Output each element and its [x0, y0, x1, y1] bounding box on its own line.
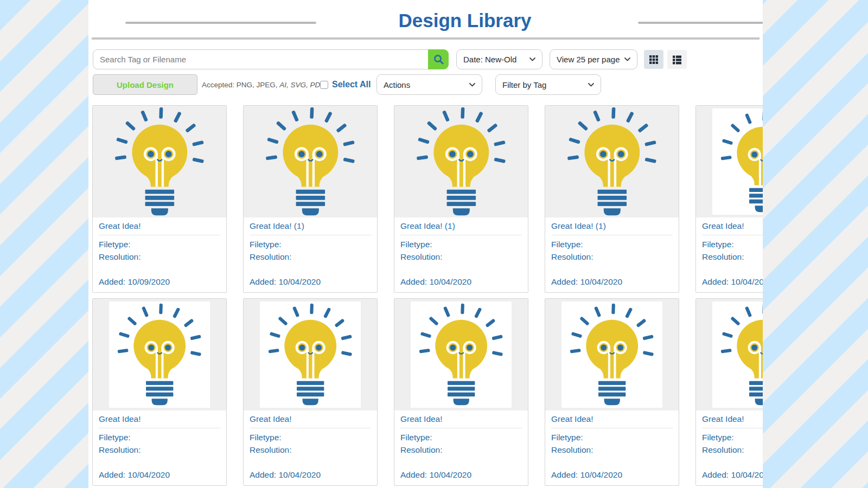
resolution-label: Resolution: — [702, 251, 763, 263]
design-thumbnail[interactable] — [394, 106, 528, 217]
design-thumbnail[interactable] — [696, 299, 763, 410]
filetype-label: Filetype: — [250, 431, 371, 444]
actions-select[interactable]: Actions — [376, 74, 482, 95]
search-input[interactable] — [93, 49, 428, 69]
design-title-link[interactable]: Great Idea! — [250, 414, 371, 428]
grid-view-button[interactable] — [644, 50, 663, 69]
resolution-label: Resolution: — [400, 251, 522, 263]
chevron-down-icon — [529, 57, 535, 61]
card-grid: Great Idea! Filetype: Resolution: Added:… — [92, 105, 763, 486]
added-date: Added: 10/04/2020 — [400, 277, 522, 287]
design-title-link[interactable]: Great Idea! (1) — [400, 221, 522, 235]
design-thumbnail[interactable] — [93, 106, 226, 217]
design-card: Great Idea! Filetype: Resolution: Added:… — [545, 298, 679, 486]
design-thumbnail[interactable] — [696, 106, 763, 217]
thumbnail-white-background — [712, 301, 763, 408]
design-thumbnail[interactable] — [394, 299, 528, 410]
design-card: Great Idea! (1) Filetype: Resolution: Ad… — [243, 105, 378, 293]
list-view-icon — [672, 55, 682, 65]
card-body: Great Idea! (1) Filetype: Resolution: Ad… — [244, 217, 377, 287]
resolution-label: Resolution: — [400, 444, 522, 456]
filetype-label: Filetype: — [400, 431, 522, 444]
card-body: Great Idea! Filetype: Resolution: Added:… — [696, 217, 763, 287]
page-title: Design Library — [394, 10, 535, 31]
accepted-italic: AI, SVG, PDF — [279, 81, 324, 89]
added-date: Added: 10/04/2020 — [702, 470, 763, 480]
header-divider — [92, 37, 760, 40]
card-body: Great Idea! Filetype: Resolution: Added:… — [93, 410, 226, 480]
lightbulb-illustration — [719, 110, 763, 213]
resolution-label: Resolution: — [702, 444, 763, 456]
design-title-link[interactable]: Great Idea! — [99, 221, 220, 235]
design-title-link[interactable]: Great Idea! — [702, 414, 763, 428]
resolution-label: Resolution: — [250, 251, 371, 263]
filter-by-tag-select[interactable]: Filter by Tag — [495, 74, 601, 95]
card-body: Great Idea! Filetype: Resolution: Added:… — [244, 410, 377, 480]
main-panel: Design Library Date: New-Old View 25 per… — [88, 0, 763, 488]
added-date: Added: 10/04/2020 — [99, 470, 220, 480]
design-title-link[interactable]: Great Idea! — [702, 221, 763, 235]
design-card: Great Idea! Filetype: Resolution: Added:… — [243, 298, 378, 486]
design-card: Great Idea! Filetype: Resolution: Added:… — [695, 298, 763, 486]
design-thumbnail[interactable] — [244, 106, 377, 217]
card-body: Great Idea! Filetype: Resolution: Added:… — [394, 410, 528, 480]
design-title-link[interactable]: Great Idea! — [99, 414, 220, 428]
design-card: Great Idea! (1) Filetype: Resolution: Ad… — [394, 105, 528, 293]
design-thumbnail[interactable] — [93, 299, 226, 410]
design-card: Great Idea! Filetype: Resolution: Added:… — [92, 105, 227, 293]
design-card: Great Idea! (1) Filetype: Resolution: Ad… — [545, 105, 679, 293]
added-date: Added: 10/04/2020 — [702, 277, 763, 287]
accepted-filetypes-text: Accepted: PNG, JPEG, AI, SVG, PDF — [202, 74, 325, 95]
lightbulb-illustration — [568, 303, 656, 406]
added-date: Added: 10/04/2020 — [551, 470, 673, 480]
filetype-label: Filetype: — [702, 431, 763, 444]
design-thumbnail[interactable] — [244, 299, 377, 410]
added-date: Added: 10/04/2020 — [400, 470, 522, 480]
lightbulb-illustration — [417, 303, 505, 406]
resolution-label: Resolution: — [99, 444, 220, 456]
filetype-label: Filetype: — [99, 238, 220, 251]
chevron-down-icon — [624, 57, 630, 61]
added-date: Added: 10/04/2020 — [250, 470, 371, 480]
design-title-link[interactable]: Great Idea! (1) — [250, 221, 371, 235]
filetype-label: Filetype: — [551, 431, 673, 444]
resolution-label: Resolution: — [99, 251, 220, 263]
resolution-label: Resolution: — [551, 444, 673, 456]
filetype-label: Filetype: — [99, 431, 220, 444]
list-view-button[interactable] — [667, 50, 687, 69]
resolution-label: Resolution: — [551, 251, 673, 263]
magnifier-icon — [433, 54, 444, 65]
search-button[interactable] — [428, 49, 449, 69]
chevron-down-icon — [469, 83, 475, 87]
upload-design-button[interactable]: Upload Design — [93, 74, 197, 95]
added-date: Added: 10/04/2020 — [551, 277, 673, 287]
design-title-link[interactable]: Great Idea! — [400, 414, 522, 428]
design-title-link[interactable]: Great Idea! (1) — [551, 221, 673, 235]
card-body: Great Idea! Filetype: Resolution: Added:… — [545, 410, 679, 480]
lightbulb-illustration — [113, 107, 207, 216]
chevron-down-icon — [588, 83, 594, 87]
filetype-label: Filetype: — [400, 238, 522, 251]
select-all-checkbox[interactable] — [320, 81, 328, 89]
resolution-label: Resolution: — [250, 444, 371, 456]
card-body: Great Idea! (1) Filetype: Resolution: Ad… — [545, 217, 679, 287]
thumbnail-white-background — [260, 301, 361, 408]
header-decorative-line-right — [638, 22, 763, 24]
date-sort-select[interactable]: Date: New-Old — [456, 49, 542, 69]
filetype-label: Filetype: — [250, 238, 371, 251]
select-all-control[interactable]: Select All — [320, 74, 371, 95]
design-title-link[interactable]: Great Idea! — [551, 414, 673, 428]
view-per-page-value: View 25 per page — [557, 55, 620, 64]
date-sort-value: Date: New-Old — [463, 55, 516, 64]
design-thumbnail[interactable] — [545, 106, 679, 217]
lightbulb-illustration — [719, 303, 763, 406]
card-body: Great Idea! Filetype: Resolution: Added:… — [696, 410, 763, 480]
thumbnail-white-background — [712, 108, 763, 215]
lightbulb-illustration — [266, 303, 354, 406]
added-date: Added: 10/04/2020 — [250, 277, 371, 287]
thumbnail-white-background — [109, 301, 210, 408]
view-per-page-select[interactable]: View 25 per page — [550, 49, 637, 69]
card-body: Great Idea! Filetype: Resolution: Added:… — [93, 217, 226, 287]
select-all-label: Select All — [332, 80, 371, 89]
design-thumbnail[interactable] — [545, 299, 679, 410]
